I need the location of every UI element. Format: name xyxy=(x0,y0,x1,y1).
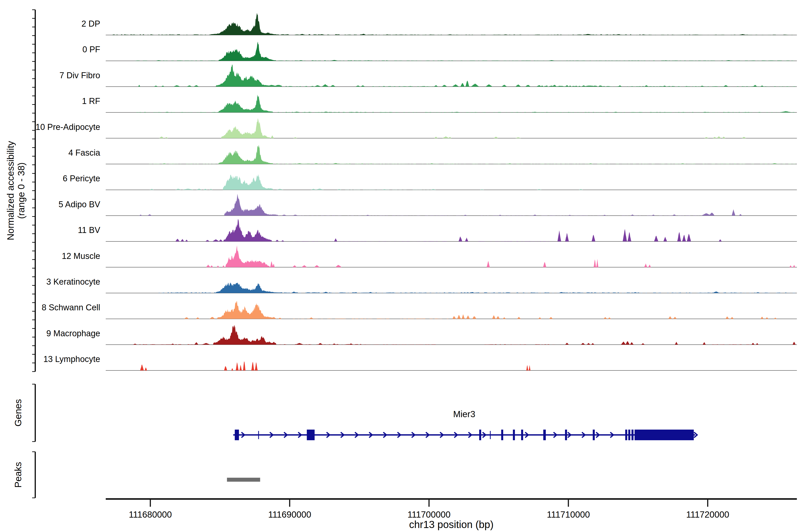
gene-exon xyxy=(543,430,546,440)
x-axis-tick-label: 111720000 xyxy=(686,510,729,519)
track-10-pre-adipocyte: 10 Pre-Adipocyte xyxy=(36,118,797,138)
track-signal xyxy=(106,118,797,138)
peak-interval-bar xyxy=(227,478,260,482)
axis-brackets xyxy=(32,10,35,498)
track-label: 0 PF xyxy=(82,45,100,54)
gene-exon xyxy=(479,430,481,440)
track-signal xyxy=(106,245,797,267)
gene-exon xyxy=(625,430,627,440)
gene-exon xyxy=(631,430,633,440)
track-signal xyxy=(106,194,797,216)
y-axis-label-line1: Normalized accessibility xyxy=(5,141,16,240)
tracks-bracket xyxy=(32,10,35,372)
track-13-lymphocyte: 13 Lymphocyte xyxy=(43,355,797,370)
track-label: 1 RF xyxy=(82,96,100,106)
gene-mier3: Mier3 xyxy=(233,409,697,440)
gene-exon xyxy=(513,430,515,440)
track-9-macrophage: 9 Macrophage xyxy=(46,325,797,345)
track-11-bv: 11 BV xyxy=(78,220,797,242)
track-signal xyxy=(106,301,797,319)
genes-section-label: Genes xyxy=(13,399,23,426)
track-5-adipo-bv: 5 Adipo BV xyxy=(58,194,797,216)
x-axis-tick-label: 111690000 xyxy=(268,510,311,519)
x-axis-tick-label: 111700000 xyxy=(407,510,451,519)
peaks-section-label: Peaks xyxy=(13,462,23,488)
track-signal xyxy=(106,145,797,164)
track-2-dp: 2 DP xyxy=(81,13,797,35)
track-label: 12 Muscle xyxy=(62,251,100,261)
gene-exon xyxy=(258,431,259,439)
y-axis-label-line2: (range 0 - 38) xyxy=(16,163,26,219)
gene-exon xyxy=(634,430,694,440)
gene-exon xyxy=(593,430,595,440)
track-label: 9 Macrophage xyxy=(46,329,100,338)
track-signal xyxy=(106,325,797,345)
track-label: 10 Pre-Adipocyte xyxy=(36,122,100,132)
track-signal xyxy=(106,42,797,61)
track-signal xyxy=(106,282,797,293)
track-label: 7 Div Fibro xyxy=(59,71,100,80)
track-6-pericyte: 6 Pericyte xyxy=(63,174,797,190)
track-label: 2 DP xyxy=(81,19,100,28)
track-signal xyxy=(106,174,797,190)
track-label: 5 Adipo BV xyxy=(58,200,100,209)
x-axis-tick-label: 111680000 xyxy=(129,510,172,519)
peaks-bracket xyxy=(32,452,35,498)
gene-exon xyxy=(235,430,239,440)
genes-track: Mier3 xyxy=(233,409,697,440)
track-signal xyxy=(106,220,797,242)
x-axis-title: chr13 position (bp) xyxy=(409,519,494,530)
track-signal xyxy=(106,64,797,87)
track-8-schwann-cell: 8 Schwann Cell xyxy=(42,301,797,319)
track-label: 6 Pericyte xyxy=(63,174,100,183)
track-label: 11 BV xyxy=(78,225,100,235)
track-label: 3 Keratinocyte xyxy=(46,277,100,286)
x-axis: 1116800001116900001117000001117100001117… xyxy=(106,499,797,519)
x-axis-tick-label: 111710000 xyxy=(547,510,590,519)
track-signal xyxy=(106,361,797,370)
gene-exon xyxy=(628,430,630,440)
track-1-rf: 1 RF xyxy=(82,94,797,112)
track-4-fascia: 4 Fascia xyxy=(68,145,797,164)
genome-browser-figure: 2 DP0 PF7 Div Fibro1 RF10 Pre-Adipocyte4… xyxy=(0,0,798,532)
track-label: 13 Lymphocyte xyxy=(43,355,100,364)
track-signal xyxy=(106,13,797,35)
genes-bracket xyxy=(32,384,35,441)
gene-exon xyxy=(307,430,315,440)
gene-exon xyxy=(521,430,523,440)
gene-exon xyxy=(490,431,491,439)
track-signal xyxy=(106,94,797,112)
peaks-track xyxy=(227,478,260,482)
track-12-muscle: 12 Muscle xyxy=(62,245,797,267)
accessibility-tracks: 2 DP0 PF7 Div Fibro1 RF10 Pre-Adipocyte4… xyxy=(36,13,797,370)
track-3-keratinocyte: 3 Keratinocyte xyxy=(46,277,797,293)
figure-canvas: 2 DP0 PF7 Div Fibro1 RF10 Pre-Adipocyte4… xyxy=(0,0,798,532)
gene-exon xyxy=(565,430,567,440)
gene-exon xyxy=(501,430,503,440)
track-label: 8 Schwann Cell xyxy=(42,303,100,312)
track-0-pf: 0 PF xyxy=(82,42,797,61)
track-7-div-fibro: 7 Div Fibro xyxy=(59,64,797,87)
track-label: 4 Fascia xyxy=(68,148,100,157)
gene-name-label: Mier3 xyxy=(453,409,475,419)
